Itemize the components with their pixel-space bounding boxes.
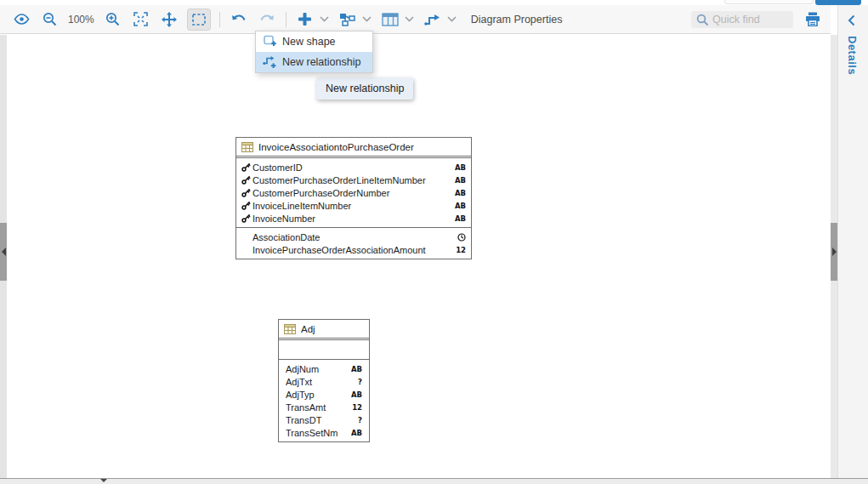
entity-name: Adj (301, 324, 315, 334)
print-button[interactable] (803, 10, 822, 29)
diagram-toolbar: 100% (0, 5, 831, 34)
toolbar-divider (286, 12, 286, 27)
key-icon (241, 188, 252, 197)
table-display-button[interactable] (381, 10, 400, 29)
layout-boxes-icon (339, 13, 355, 26)
undo-icon (231, 14, 247, 25)
zoom-out-icon (43, 12, 57, 26)
menu-item-new-relationship[interactable]: New relationship (256, 52, 372, 72)
attribute-name: TransSetNm (286, 428, 351, 438)
new-item-button[interactable] (296, 10, 315, 29)
key-attributes-compartment: CustomerID AB CustomerPurchaseOrderLineI… (236, 158, 471, 228)
zoom-in-icon (105, 12, 120, 26)
key-icon (241, 162, 252, 172)
attribute-type: AB (351, 429, 362, 437)
attribute-row[interactable]: CustomerID AB (236, 161, 471, 174)
attribute-type: AB (455, 189, 466, 197)
entity-header[interactable]: InvoiceAssociationtoPurchaseOrder (236, 138, 471, 157)
select-tool-button[interactable] (188, 9, 210, 30)
menu-item-label: New shape (282, 36, 336, 48)
entity-name: InvoiceAssociationtoPurchaseOrder (258, 142, 414, 152)
attribute-row[interactable]: InvoiceNumber AB (236, 212, 471, 225)
pan-tool-button[interactable] (160, 10, 179, 29)
attribute-row[interactable]: InvoiceLineItemNumber AB (236, 199, 471, 212)
eye-icon (14, 14, 30, 25)
diagram-editor-window: 100% (0, 0, 868, 484)
attribute-row[interactable]: CustomerPurchaseOrderLineItemNumber AB (236, 174, 471, 186)
details-sidebar: Details (837, 5, 868, 478)
attribute-name: AdjTyp (286, 390, 351, 400)
entity-invoice-association[interactable]: InvoiceAssociationtoPurchaseOrder Custom… (235, 137, 472, 259)
fit-to-screen-button[interactable] (132, 10, 150, 29)
attribute-name: TransDT (286, 415, 358, 425)
attribute-name: TransAmt (286, 402, 352, 413)
attribute-row[interactable]: CustomerPurchaseOrderNumber AB (236, 186, 471, 199)
quick-find (691, 11, 793, 28)
redo-button[interactable] (258, 10, 276, 29)
zoom-in-button[interactable] (104, 10, 122, 29)
zoom-out-button[interactable] (40, 10, 59, 29)
diagram-properties-button[interactable]: Diagram Properties (471, 14, 563, 26)
entity-table-icon (284, 324, 296, 334)
table-display-dropdown-arrow[interactable] (405, 16, 414, 22)
attribute-type: ? (358, 416, 362, 424)
attribute-name: AdjNum (286, 364, 351, 374)
left-panel-rail (0, 35, 7, 478)
attribute-type: AB (351, 365, 362, 373)
toolbar-right-group (691, 10, 822, 29)
bottom-panel-rail (0, 478, 868, 484)
cutoff-input-fragment (724, 0, 814, 4)
attribute-row[interactable]: AdjTyp AB (279, 388, 369, 401)
right-panel-expand-handle[interactable] (831, 223, 837, 281)
attribute-name: CustomerPurchaseOrderNumber (252, 188, 455, 198)
attribute-name: CustomerID (252, 162, 455, 173)
entity-header[interactable]: Adj (279, 320, 369, 339)
chevron-right-icon (832, 248, 837, 256)
cutoff-blue-button-fragment[interactable] (815, 0, 861, 5)
attribute-type: 12 (352, 403, 362, 412)
top-cutoff-strip (0, 0, 868, 5)
chevron-down-icon (362, 16, 372, 22)
attribute-row[interactable]: AdjNum AB (279, 362, 369, 375)
menu-item-label: New relationship (282, 56, 360, 68)
chevron-down-icon (405, 16, 414, 22)
attribute-row[interactable]: InvoicePurchaseOrderAssociationAmount 12 (236, 243, 471, 256)
attribute-name: InvoicePurchaseOrderAssociationAmount (252, 245, 456, 255)
chevron-down-icon (447, 16, 457, 22)
redo-icon (259, 14, 275, 25)
new-item-dropdown-arrow[interactable] (320, 16, 329, 22)
move-arrows-icon (162, 12, 177, 27)
table-icon (382, 13, 399, 26)
relationship-style-dropdown-arrow[interactable] (447, 16, 457, 22)
undo-button[interactable] (230, 10, 248, 29)
attribute-type: AB (455, 176, 466, 185)
zoom-level: 100% (68, 14, 94, 26)
attribute-row[interactable]: AdjTxt ? (279, 375, 369, 388)
preview-eye-button[interactable] (12, 10, 31, 29)
plus-icon (298, 13, 311, 26)
auto-layout-dropdown-arrow[interactable] (362, 16, 372, 22)
attribute-type: AB (455, 163, 466, 172)
fit-to-screen-icon (133, 12, 148, 26)
collapse-panel-button[interactable] (848, 14, 855, 26)
non-key-attributes-compartment: AssociationDate InvoicePurchaseOrderAsso… (236, 228, 471, 259)
entity-adj[interactable]: Adj AdjNum AB AdjTxt ? AdjTyp AB TransAm… (278, 319, 370, 442)
attribute-row[interactable]: TransAmt 12 (279, 401, 369, 413)
bottom-panel-expand-handle[interactable] (100, 479, 107, 482)
auto-layout-button[interactable] (338, 10, 357, 29)
relationship-line-icon (424, 14, 440, 26)
left-panel-expand-handle[interactable] (0, 223, 7, 281)
key-icon (241, 214, 252, 223)
new-relationship-icon (263, 55, 276, 69)
attribute-type: ? (358, 378, 362, 386)
attribute-row[interactable]: TransSetNm AB (279, 426, 369, 439)
attribute-name: InvoiceLineItemNumber (252, 201, 455, 211)
tab-details[interactable]: Details (846, 36, 859, 75)
menu-item-new-shape[interactable]: New shape (256, 31, 372, 52)
entity-table-icon (241, 142, 253, 152)
attribute-type: AB (455, 202, 466, 210)
key-icon (241, 175, 252, 185)
attribute-row[interactable]: TransDT ? (279, 413, 369, 426)
attribute-row[interactable]: AssociationDate (236, 231, 471, 243)
relationship-style-button[interactable] (423, 10, 442, 29)
